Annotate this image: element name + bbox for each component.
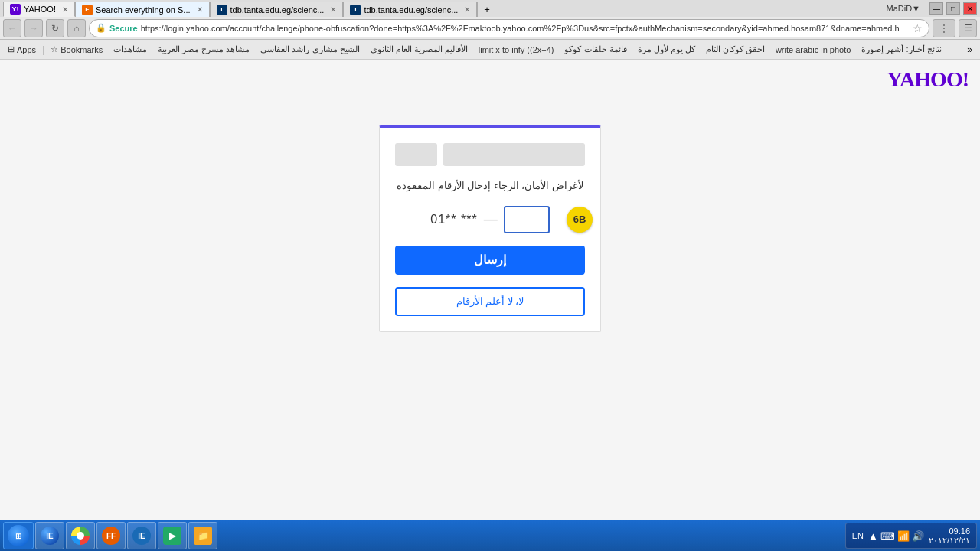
tanta1-favicon-icon: T [217,5,227,15]
new-tab-button[interactable]: + [477,2,495,17]
bookmark-limit[interactable]: limit x to infy ((2x+4) [474,44,559,56]
system-tray: EN ▲ ⌨ 📶 🔊 09:16 ٢٠١٢/١٢/٢١ [845,523,977,549]
tab-tanta2-close[interactable]: ✕ [464,5,470,14]
bookmark-yawm[interactable]: كل يوم لأول مرة [633,43,700,56]
bookmark-conan-label: قائمة حلقات كوكو [564,44,626,54]
back-button[interactable]: ← [3,19,21,37]
tray-time: 09:16 [929,527,970,536]
bookmark-arabic-label: write arabic in photo [776,45,851,54]
minimize-button[interactable]: — [929,2,943,15]
tab-tanta2-label: tdb.tanta.edu.eg/scienc... [364,5,458,15]
tab-everything-label: Search everything on S... [96,5,191,15]
bookmark-star-icon[interactable]: ☆ [913,22,923,34]
bookmark-masrah-label: مشاهد مسرح مصر العربية [158,44,250,54]
bookmark-afasi[interactable]: الشيخ مشاري راشد العفاسي [256,43,364,56]
bookmark-arabic[interactable]: write arabic in photo [771,44,855,56]
tab-everything[interactable]: E Search everything on S... ✕ [75,2,210,17]
nav-bar: ← → ↻ ⌂ 🔒 Secure https://login.yahoo.com… [0,17,980,40]
tanta2-favicon-icon: T [350,5,361,15]
login-card: لأغراض الأمان، الرجاء إدخال الأرقام المف… [379,125,601,332]
tab-yahoo-close[interactable]: ✕ [62,5,68,14]
apps-label: Apps [17,45,36,54]
tray-time-area: 09:16 ٢٠١٢/١٢/٢١ [929,527,970,546]
dont-know-label: لا، لا أعلم الأرقام [456,295,524,307]
tray-volume-icon[interactable]: 🔊 [912,530,924,542]
phone-separator: — [484,211,498,227]
tab-everything-close[interactable]: ✕ [197,5,203,14]
title-bar: Y! YAHOO! ✕ E Search everything on S... … [0,0,980,17]
url-text: https://login.yahoo.com/account/challeng… [141,24,910,33]
bookmark-afasi-label: الشيخ مشاري راشد العفاسي [260,44,359,54]
bookmark-conan2[interactable]: احقق كوكان التام [701,43,769,56]
bookmark-news[interactable]: نتائج أخبار: أشهر إصورة [857,43,946,56]
bookmark-conan[interactable]: قائمة حلقات كوكو [560,43,631,56]
taskbar-ie2-button[interactable]: IE [127,522,156,549]
home-button[interactable]: ⌂ [67,19,86,37]
tray-keyboard-icon: ⌨ [880,530,895,542]
taskbar-folder-button[interactable]: 📁 [188,522,217,549]
card-description: لأغراض الأمان، الرجاء إدخال الأرقام المف… [397,178,583,194]
tab-tanta1-close[interactable]: ✕ [330,5,336,14]
yahoo-logo-text: YAHOO! [887,67,969,91]
tab-tanta2[interactable]: T tdb.tanta.edu.eg/scienc... ✕ [343,2,477,17]
tab-yahoo[interactable]: Y! YAHOO! ✕ [3,2,75,17]
ie-icon: IE [41,527,59,545]
taskbar-media-button[interactable]: ▶ [158,522,187,549]
user-label: MaDiD▼ [887,4,921,13]
bookmark-conan2-label: احقق كوكان التام [706,44,765,54]
tab-yahoo-label: YAHOO! [24,5,56,14]
bookmarks-more-button[interactable]: » [962,43,977,57]
start-button[interactable]: ⊞ [3,522,34,549]
taskbar-chrome-button[interactable] [66,522,95,549]
bookmark-separator-1: | [42,44,44,55]
badge-value: 6B [573,214,586,225]
page-content: YAHOO! لأغراض الأمان، الرجاء إدخال الأرق… [0,60,980,520]
secure-lock-icon: 🔒 [96,23,106,33]
tray-icons-area: ▲ ⌨ 📶 🔊 [868,530,924,542]
ie2-icon: IE [132,527,151,545]
drag-badge[interactable]: 6B [567,207,593,233]
submit-button[interactable]: إرسال [395,246,585,275]
bookmarks-label: Bookmarks [60,45,103,54]
close-button[interactable]: ✕ [963,2,977,15]
bookmark-mushahadat[interactable]: مشاهدات [109,43,152,56]
taskbar-ie-button[interactable]: IE [35,522,64,549]
refresh-button[interactable]: ↻ [46,19,64,37]
tab-tanta1[interactable]: T tdb.tanta.edu.eg/scienc... ✕ [210,2,344,17]
secure-label: Secure [109,24,138,33]
forward-button[interactable]: → [24,19,43,37]
phone-masked-text: 01** *** [430,213,477,227]
tab-bar: Y! YAHOO! ✕ E Search everything on S... … [3,0,495,17]
firefox-icon: FF [102,527,120,545]
start-orb-icon: ⊞ [8,525,29,546]
star-bookmark-icon: ☆ [51,44,58,54]
phone-verification-area: 01** *** — 6B [395,206,585,233]
address-bar[interactable]: 🔒 Secure https://login.yahoo.com/account… [89,19,929,37]
tray-network-icon: 📶 [897,530,910,542]
everything-favicon-icon: E [82,5,93,15]
bookmark-masrah[interactable]: مشاهد مسرح مصر العربية [153,43,254,56]
taskbar-firefox-button[interactable]: FF [96,522,126,549]
tray-expand-icon[interactable]: ▲ [868,530,878,542]
maximize-button[interactable]: □ [946,2,960,15]
chrome-icon [71,527,90,545]
phone-digits-input[interactable] [504,206,550,233]
bookmarks-bar: ⊞ Apps | ☆ Bookmarks مشاهدات مشاهد مسرح … [0,40,980,60]
tray-date: ٢٠١٢/١٢/٢١ [929,536,970,546]
avatar-placeholder [395,143,437,166]
taskbar: ⊞ IE FF IE ▶ 📁 EN ▲ ⌨ 📶 🔊 09:16 ٢٠١٢/١٢/… [0,520,980,551]
bookmark-limit-label: limit x to infy ((2x+4) [479,45,554,54]
name-placeholder [443,143,585,166]
media-icon: ▶ [163,527,181,545]
settings-button[interactable]: ☰ [959,19,977,37]
bookmarks-folder[interactable]: ☆ Bookmarks [46,43,107,56]
bookmark-aqaleem[interactable]: الأقاليم المصرية العام الثانوي [366,43,472,56]
extensions-button[interactable]: ⋮ [933,19,956,37]
yahoo-logo: YAHOO! [887,67,969,92]
tray-lang: EN [852,531,864,540]
bookmark-yawm-label: كل يوم لأول مرة [638,44,695,54]
apps-bookmark[interactable]: ⊞ Apps [3,43,41,56]
submit-label: إرسال [474,253,506,266]
yahoo-favicon-icon: Y! [10,4,21,15]
dont-know-button[interactable]: لا، لا أعلم الأرقام [395,287,585,316]
